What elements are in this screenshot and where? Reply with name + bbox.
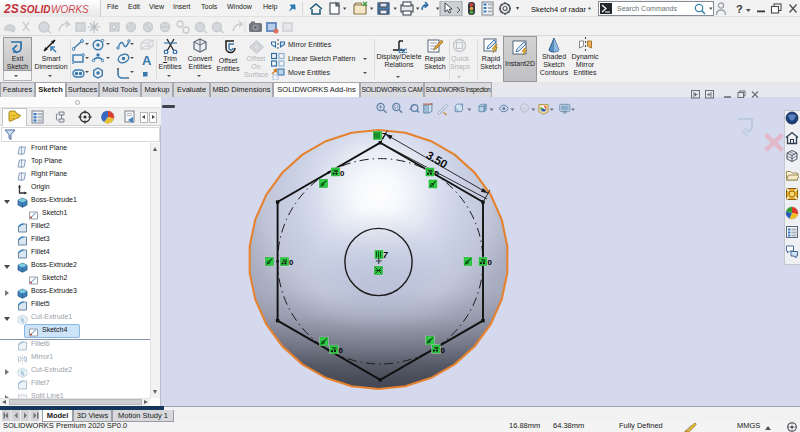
svg-text:WORKS: WORKS [51, 4, 89, 15]
svg-text:SOLID: SOLID [20, 4, 51, 15]
svg-text:2S: 2S [3, 2, 19, 16]
svg-text:?: ? [736, 3, 743, 15]
